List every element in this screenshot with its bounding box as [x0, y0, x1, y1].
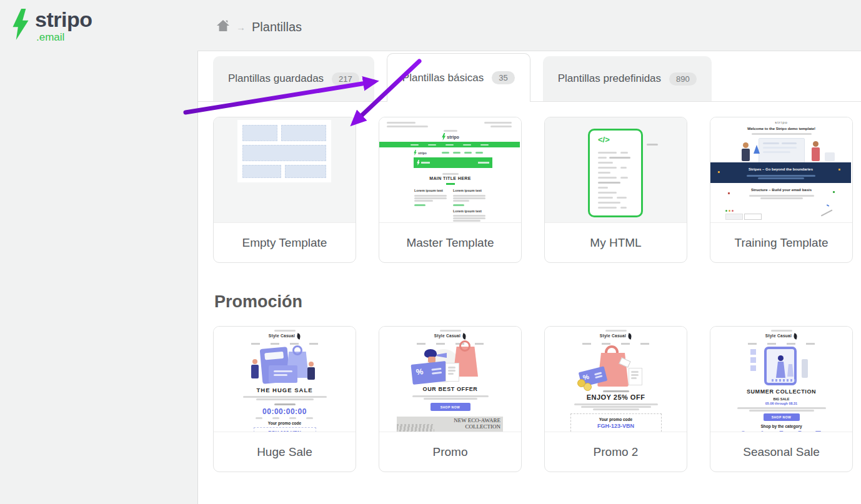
training-stripes-heading: Stripes – Go beyond the boundaries [710, 167, 851, 171]
promo-preview: Style Casual % OUR [379, 327, 521, 432]
tab-label: Plantillas básicas [402, 72, 484, 84]
brand-tld: .email [36, 32, 92, 42]
promo-2-preview: Style Casual % ENJ [545, 327, 687, 432]
huge-sale-preview: Style Casual THE HUGE SALE [214, 327, 356, 432]
style-casual-brand: Style Casual [710, 334, 852, 339]
breadcrumb-arrow-icon: → [236, 22, 246, 32]
empty-template-preview [214, 117, 356, 223]
template-card-promo-2[interactable]: Style Casual % ENJ [544, 326, 687, 472]
tab-plantillas-guardadas[interactable]: Plantillas guardadas 217 [213, 56, 374, 101]
tab-plantillas-predefinidas[interactable]: Plantillas predefinidas 890 [543, 56, 712, 101]
breadcrumb: → Plantillas [216, 19, 302, 34]
template-card-training[interactable]: stripo Welcome to the Stripo demo templa… [710, 117, 853, 263]
seasonal-headline: SUMMER COLLECTION [710, 388, 852, 395]
basic-templates-row: Empty Template stripo [213, 117, 861, 263]
tab-count-badge: 35 [492, 71, 514, 84]
main-content: Plantillas guardadas 217 Plantillas bási… [197, 51, 861, 504]
templates-content: Empty Template stripo [198, 102, 861, 472]
promo2-headline: ENJOY 25% OFF [545, 393, 687, 401]
countdown-timer: 00:00:00:00 [214, 407, 356, 416]
template-name: Promo [379, 432, 521, 472]
feather-icon [462, 333, 467, 339]
master-template-preview: stripo stripo [379, 117, 521, 223]
template-name: Master Template [379, 223, 521, 262]
promo-headline: OUR BEST OFFER [379, 386, 521, 392]
promo-code-label: Your promo code [571, 417, 661, 422]
tab-label: Plantillas guardadas [228, 72, 324, 85]
sidebar [0, 0, 197, 504]
seasonal-subhead: BIG SALE [710, 397, 852, 401]
promo-code-value: FGH-123-VBN [571, 423, 661, 429]
template-name: Huge Sale [214, 432, 356, 472]
header-divider [197, 51, 861, 51]
template-name: Empty Template [214, 223, 356, 262]
shop-now-button: SHOP NOW [430, 403, 470, 411]
master-title: MAIN TITLE HERE [379, 176, 521, 180]
promo-code-value: FGH-123-VBN [254, 430, 316, 432]
template-name: Training Template [710, 223, 852, 262]
promo-code-label: Your promo code [214, 421, 356, 425]
template-card-promo[interactable]: Style Casual % OUR [379, 326, 522, 472]
shop-now-button: SHOP NOW [764, 413, 800, 421]
training-structure-heading: Structure – Build your email basis [710, 188, 852, 192]
tab-label: Plantillas predefinidas [558, 72, 661, 85]
training-template-preview: stripo Welcome to the Stripo demo templa… [710, 117, 852, 223]
collection-line2: COLLECTION [454, 424, 500, 430]
training-headline: Welcome to the Stripo demo template! [710, 127, 852, 131]
top-header-bar [0, 0, 861, 51]
breadcrumb-current: Plantillas [252, 20, 302, 34]
tab-plantillas-basicas[interactable]: Plantillas básicas 35 [387, 53, 530, 102]
template-card-seasonal-sale[interactable]: Style Casual SUMMER COLLECTION BIG SALE … [710, 326, 853, 472]
template-name: My HTML [545, 223, 687, 262]
home-icon[interactable] [216, 19, 230, 34]
template-card-huge-sale[interactable]: Style Casual THE HUGE SALE [213, 326, 356, 472]
template-card-my-html[interactable]: </> M [544, 117, 687, 263]
huge-sale-headline: THE HUGE SALE [214, 387, 356, 393]
style-casual-brand: Style Casual [379, 334, 521, 339]
stripo-bolt-icon [10, 9, 31, 40]
promo-templates-row: Style Casual THE HUGE SALE [213, 326, 861, 472]
feather-icon [627, 333, 632, 339]
seasonal-dates: 05.06 through 08.31 [710, 402, 852, 405]
template-tabs: Plantillas guardadas 217 Plantillas bási… [198, 51, 861, 102]
my-html-preview: </> [545, 117, 687, 223]
template-card-master[interactable]: stripo stripo [379, 117, 522, 263]
shop-by-category-label: Shop by the category [710, 424, 852, 428]
feather-icon [793, 333, 798, 339]
template-name: Promo 2 [545, 432, 687, 472]
template-card-empty[interactable]: Empty Template [213, 117, 356, 263]
stripo-logo[interactable]: stripo .email [10, 9, 92, 42]
tab-count-badge: 217 [332, 72, 359, 86]
brand-name: stripo [35, 9, 92, 30]
tab-count-badge: 890 [669, 72, 697, 86]
code-icon: </> [598, 135, 610, 144]
template-name: Seasonal Sale [710, 432, 852, 472]
style-casual-brand: Style Casual [214, 334, 356, 339]
style-casual-brand: Style Casual [545, 334, 687, 339]
section-title-promocion: Promoción [214, 292, 861, 312]
seasonal-sale-preview: Style Casual SUMMER COLLECTION BIG SALE … [710, 327, 852, 432]
feather-icon [296, 333, 301, 339]
